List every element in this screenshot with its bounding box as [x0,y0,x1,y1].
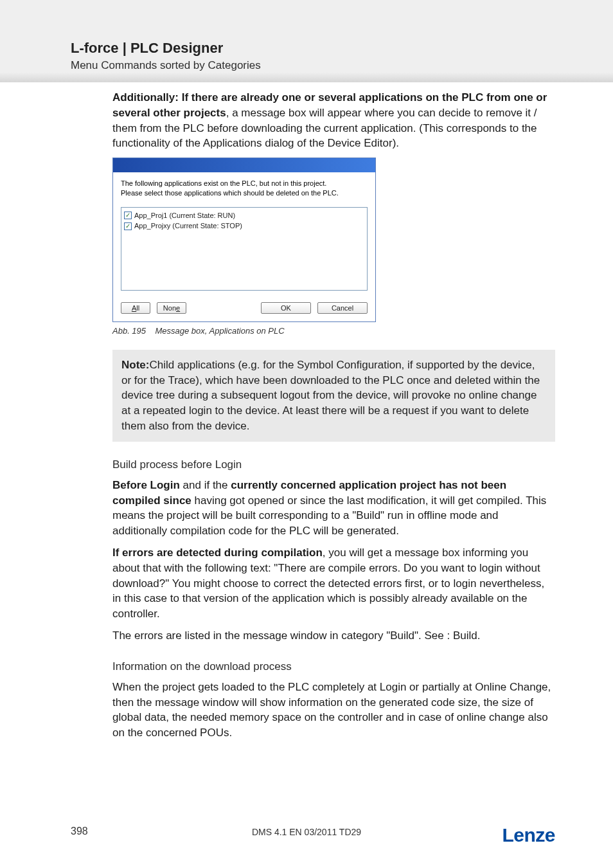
dialog-button-row: All None OK Cancel [121,302,368,314]
doc-title: L-force | PLC Designer [71,40,555,57]
cancel-button[interactable]: Cancel [317,302,368,314]
bold-text: Before Login [112,479,180,491]
page: L-force | PLC Designer Menu Commands sor… [0,0,613,868]
list-item-label: App_Proj1 (Current State: RUN) [134,210,235,221]
checkbox-icon[interactable] [124,222,132,230]
brand-logo: Lenze [502,824,555,846]
plain-text: and if the [180,479,231,491]
btn-text: l [138,304,139,312]
build-paragraph-3: The errors are listed in the message win… [112,628,555,644]
dialog-instruction: The following applications exist on the … [121,179,368,198]
dialog-list[interactable]: App_Proj1 (Current State: RUN) App_Projx… [121,207,368,291]
content-area: Additionally: If there are already one o… [112,90,555,741]
dialog-text-line1: The following applications exist on the … [121,179,326,187]
doc-subtitle: Menu Commands sorted by Categories [71,59,555,72]
spacer [193,302,254,314]
dialog-body: The following applications exist on the … [113,172,375,321]
download-paragraph-1: When the project gets loaded to the PLC … [112,680,555,741]
all-button[interactable]: All [121,302,150,314]
ok-button[interactable]: OK [261,302,311,314]
btn-text: Non [163,304,176,312]
download-heading: Information on the download process [112,660,555,673]
caption-label: Abb. 195 [112,326,146,336]
build-paragraph-2: If errors are detected during compilatio… [112,545,555,622]
checkbox-icon[interactable] [124,212,132,219]
note-text: Child applications (e.g. for the Symbol … [121,359,540,432]
list-item[interactable]: App_Projxy (Current State: STOP) [124,221,364,231]
dialog-figure: The following applications exist on the … [112,158,555,336]
list-item[interactable]: App_Proj1 (Current State: RUN) [124,210,364,221]
none-button[interactable]: None [157,302,186,314]
note-label: Note: [121,359,149,371]
message-box: The following applications exist on the … [112,158,376,322]
list-item-label: App_Projxy (Current State: STOP) [134,221,242,231]
intro-paragraph: Additionally: If there are already one o… [112,90,555,151]
note-box: Note:Child applications (e.g. for the Sy… [112,350,555,442]
build-paragraph-1: Before Login and if the currently concer… [112,478,555,539]
figure-caption: Abb. 195 Message box, Applications on PL… [112,326,555,336]
caption-text: Message box, Applications on PLC [155,326,285,336]
build-heading: Build process before Login [112,458,555,471]
dialog-text-line2: Please select those applications which s… [121,189,339,197]
dialog-titlebar [113,158,375,172]
bold-text: If errors are detected during compilatio… [112,547,323,559]
header: L-force | PLC Designer Menu Commands sor… [71,32,555,72]
btn-text: e [176,304,180,312]
